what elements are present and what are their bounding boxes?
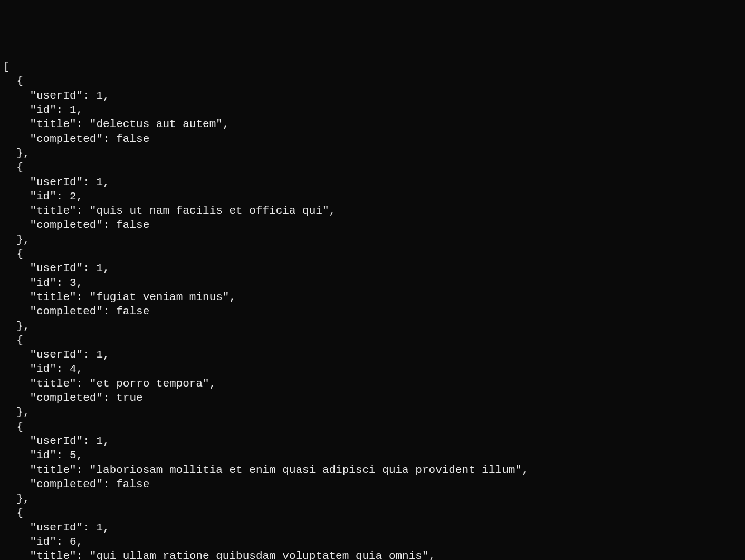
json-response-body: [ { "userId": 1, "id": 1, "title": "dele… <box>3 60 742 560</box>
